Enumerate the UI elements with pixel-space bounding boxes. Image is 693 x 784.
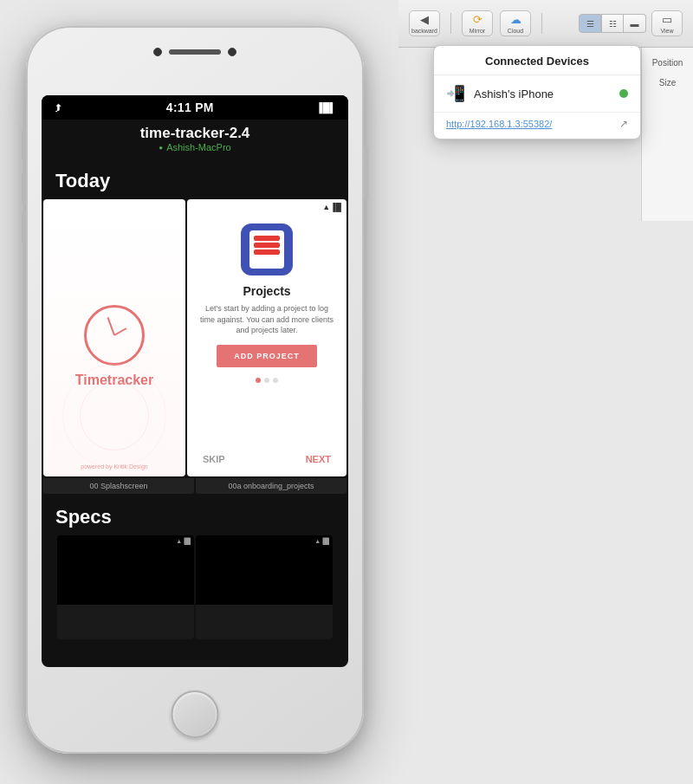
position-label: Position bbox=[651, 55, 685, 71]
spec-tile-2[interactable]: ▲▐█ bbox=[196, 535, 333, 639]
toolbar-separator-2 bbox=[541, 13, 542, 34]
cloud-label: Cloud bbox=[508, 28, 523, 34]
add-project-button[interactable]: ADD PROJECT bbox=[217, 345, 317, 367]
status-bar: ⮭︎ 4:11 PM ▐█▌ bbox=[42, 95, 348, 120]
wifi-icon: ⮭︎ bbox=[54, 101, 64, 113]
specs-section-header: Specs bbox=[55, 506, 334, 535]
spec-label-2 bbox=[196, 605, 333, 610]
iphone-shell: ⮭︎ 4:11 PM ▐█▌ time-tracker-2.4 Ashish-M… bbox=[26, 26, 364, 754]
popup-title: Connected Devices bbox=[434, 46, 640, 75]
device-display-name: Ashish's iPhone bbox=[474, 87, 611, 100]
mirror-button[interactable]: ⟳ Mirror bbox=[462, 10, 493, 36]
spec-screen-2: ▲▐█ bbox=[196, 535, 333, 605]
iphone-top-bar bbox=[134, 43, 256, 61]
dot-2 bbox=[264, 378, 269, 383]
clock-bg-circle-outer bbox=[62, 364, 166, 468]
view-btn-1[interactable]: ☰ bbox=[579, 14, 601, 33]
clock-icon bbox=[84, 305, 145, 366]
view-label: View bbox=[660, 28, 673, 34]
spec-status-1: ▲▐█ bbox=[176, 538, 191, 544]
onboard-title: Projects bbox=[243, 284, 290, 298]
view-btn-3[interactable]: ▬ bbox=[624, 14, 646, 33]
battery-icon: ▐█▌ bbox=[316, 102, 336, 113]
dot-1 bbox=[256, 378, 261, 383]
iphone-screen: ⮭︎ 4:11 PM ▐█▌ time-tracker-2.4 Ashish-M… bbox=[42, 95, 348, 667]
status-icons: ▐█▌ bbox=[316, 102, 336, 113]
backward-label: backward bbox=[411, 28, 437, 34]
mirror-icon: ⟳ bbox=[473, 13, 483, 26]
backward-button[interactable]: ◀ backward bbox=[409, 10, 440, 36]
next-button[interactable]: NEXT bbox=[306, 454, 331, 464]
device-connected-dot bbox=[619, 89, 628, 98]
onboard-navigation: SKIP NEXT bbox=[196, 454, 338, 470]
cloud-button[interactable]: ☁ Cloud bbox=[500, 10, 531, 36]
connected-devices-popup[interactable]: Connected Devices 📲 Ashish's iPhone http… bbox=[433, 45, 641, 139]
onboard-tile-label: 00a onboarding_projects bbox=[196, 478, 346, 494]
spec-status-2: ▲▐█ bbox=[314, 538, 329, 544]
spec-screen-1: ▲▐█ bbox=[57, 535, 194, 605]
cloud-icon: ☁ bbox=[510, 13, 521, 26]
dot-3 bbox=[273, 378, 278, 383]
connected-device-name: Ashish-MacPro bbox=[42, 142, 348, 152]
nav-bar: time-tracker-2.4 Ashish-MacPro bbox=[42, 120, 348, 159]
earpiece-speaker bbox=[169, 49, 221, 55]
xcode-toolbar: ◀ backward ⟳ Mirror ☁ Cloud ☰ ☷ ▬ ▭ View bbox=[398, 0, 693, 48]
view-button[interactable]: ▭ View bbox=[651, 10, 683, 36]
splash-screen-tile[interactable]: Timetracker powered by Kritik Design bbox=[43, 199, 185, 476]
onboard-description: Let's start by adding a project to log t… bbox=[196, 303, 338, 336]
powered-by-label: powered by Kritik Design bbox=[43, 463, 185, 470]
mirror-label: Mirror bbox=[470, 28, 485, 34]
popup-arrow bbox=[530, 45, 544, 46]
spec-tile-1[interactable]: ▲▐█ bbox=[57, 535, 194, 639]
size-label: Size bbox=[657, 75, 677, 91]
front-camera bbox=[153, 48, 162, 56]
front-sensor bbox=[228, 48, 236, 56]
screen-content: ⮭︎ 4:11 PM ▐█▌ time-tracker-2.4 Ashish-M… bbox=[42, 95, 348, 667]
splash-tile-label: 00 Splashscreen bbox=[43, 478, 194, 494]
status-time: 4:11 PM bbox=[166, 100, 214, 114]
spec-label-1 bbox=[57, 605, 194, 610]
specs-section: Specs ▲▐█ ▲▐█ bbox=[42, 494, 348, 646]
today-section-header: Today bbox=[42, 159, 348, 199]
view-button-group: ☰ ☷ ▬ bbox=[579, 14, 646, 33]
toolbar-right: ☰ ☷ ▬ ▭ View bbox=[579, 10, 683, 36]
tile-mini-status: ▲▐█ bbox=[322, 203, 341, 211]
phone-icon: 📲 bbox=[446, 84, 465, 103]
backward-icon: ◀ bbox=[420, 13, 429, 26]
device-url[interactable]: http://192.168.1.3:55382/ bbox=[446, 119, 614, 129]
tile-label-row: 00 Splashscreen 00a onboarding_projects bbox=[42, 476, 348, 494]
toolbar-separator-1 bbox=[450, 13, 451, 34]
project-icon bbox=[241, 224, 293, 275]
skip-button[interactable]: SKIP bbox=[203, 454, 225, 464]
right-panel: Position Size bbox=[641, 48, 693, 221]
device-row[interactable]: 📲 Ashish's iPhone bbox=[434, 75, 640, 113]
view-btn-2[interactable]: ☷ bbox=[601, 14, 624, 33]
pagination-dots bbox=[256, 378, 278, 383]
view-icon: ▭ bbox=[662, 13, 672, 26]
onboarding-projects-tile[interactable]: ▲▐█ Projects Let's start by adding a pro… bbox=[187, 199, 346, 476]
app-name: time-tracker-2.4 bbox=[42, 125, 348, 142]
specs-tiles-row: ▲▐█ ▲▐█ bbox=[55, 535, 334, 639]
tiles-row: Timetracker powered by Kritik Design ▲▐█… bbox=[42, 199, 348, 476]
url-row: http://192.168.1.3:55382/ ↗ bbox=[434, 113, 640, 139]
home-button[interactable] bbox=[172, 690, 219, 738]
external-link-icon[interactable]: ↗ bbox=[619, 118, 628, 130]
